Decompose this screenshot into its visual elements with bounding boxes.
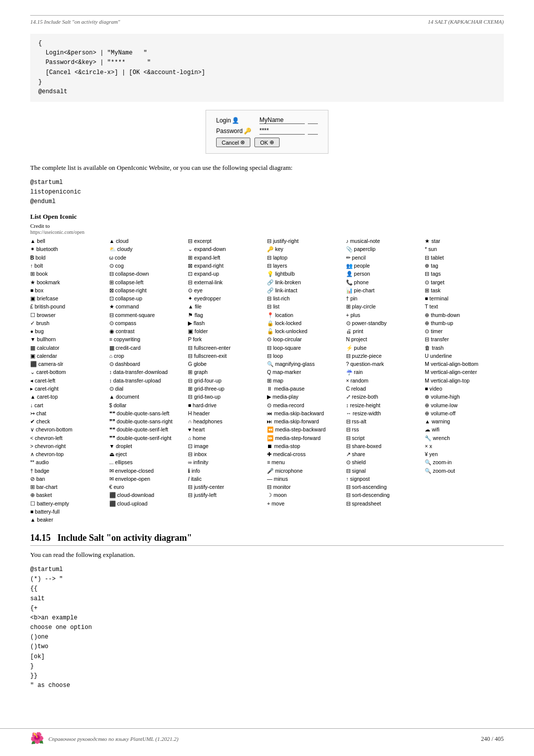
icon-item: ⊞ map xyxy=(267,376,346,385)
icon-col-1: ▲ bell ⁕ bluetooth B bold ↑ bolt ⊞ book … xyxy=(30,237,109,524)
login-label: Login👤 xyxy=(216,117,256,124)
icon-item: P fork xyxy=(188,335,267,343)
icon-item: H header xyxy=(188,409,267,417)
icon-item: ⊞ bar-chart xyxy=(30,483,109,491)
icon-item: ⌂ crop xyxy=(109,352,188,360)
icon-col-2: ▲ cloud ⛅ cloudy ω code ⊙ cog ⊟ collapse… xyxy=(109,237,188,524)
icon-item: ▣ briefcase xyxy=(30,294,109,302)
icon-item: ⊟ justify-right xyxy=(267,237,346,245)
icon-item: ≡ copywriting xyxy=(109,335,188,343)
icon-item: ⊟ justify-center xyxy=(188,483,267,491)
icon-item: ⌂ home xyxy=(188,434,267,442)
icon-item: ∨ chevron-bottom xyxy=(30,425,109,433)
icon-item: ✉ envelope-closed xyxy=(109,467,188,475)
cancel-button[interactable]: Cancel ⊗ xyxy=(216,138,250,147)
icon-item: ◉ contrast xyxy=(109,327,188,335)
icon-item: ⊙ loop-circular xyxy=(267,335,346,343)
icon-item: ⊙ shield xyxy=(346,458,425,466)
icon-item: > chevron-right xyxy=(30,442,109,450)
icon-item: ↗ share xyxy=(346,450,425,458)
login-person-icon: 👤 xyxy=(232,117,239,124)
icon-item: ✉ envelope-open xyxy=(109,475,188,483)
login-value: MyName xyxy=(259,116,305,124)
ok-button[interactable]: OK ⊕ xyxy=(254,138,280,147)
page: 14.15 Include Salt "on activity diagram"… xyxy=(0,0,534,756)
icon-item: 🖨 print xyxy=(346,327,425,335)
icon-item: ■ battery-full xyxy=(30,508,109,516)
icon-col-6: ★ star * sun ⊟ tablet ⊕ tag ⊟ tags ⊙ tar… xyxy=(425,237,504,524)
icon-item: ⊡ expand-up xyxy=(188,270,267,278)
icon-columns: ▲ bell ⁕ bluetooth B bold ↑ bolt ⊞ book … xyxy=(30,237,504,524)
icon-item: M vertical-align-bottom xyxy=(425,360,504,368)
icon-item: ▦ credit-card xyxy=(109,344,188,352)
icon-item: ✚ medical-cross xyxy=(267,450,346,458)
icon-item: £ british-pound xyxy=(30,302,109,310)
icon-item: 🎤 microphone xyxy=(267,467,346,475)
login-form: Login👤 MyName Password🔑 **** Cancel ⊗ OK… xyxy=(206,110,328,154)
icon-item: ▲ bell xyxy=(30,237,109,245)
icon-item: + move xyxy=(267,499,346,508)
icon-item: ⬛ camera-slr xyxy=(30,360,109,368)
icon-item: ⊟ list-rich xyxy=(267,294,346,302)
icon-item: ▦ calculator xyxy=(30,344,109,352)
icon-item: ⊟ external-link xyxy=(188,278,267,286)
icon-item: ⊟ fullscreen-exit xyxy=(188,352,267,360)
footer-description: Справочное руководство по языку PlantUML… xyxy=(48,736,178,742)
footer-logo: 🌺 Справочное руководство по языку PlantU… xyxy=(30,732,178,746)
icon-item: N project xyxy=(346,335,425,343)
icon-item: T text xyxy=(425,302,504,310)
icon-item: ⌄ caret-bottom xyxy=(30,368,109,376)
icon-item: ⊙ target xyxy=(425,278,504,286)
icon-item: ■ hard-drive xyxy=(188,401,267,409)
icon-item: ≡ menu xyxy=(267,458,346,466)
page-footer: 🌺 Справочное руководство по языку PlantU… xyxy=(0,728,534,746)
icon-item: ❞❞ double-quote-serif-right xyxy=(109,434,188,442)
icon-item: ⊟ inbox xyxy=(188,450,267,458)
icon-item: < chevron-left xyxy=(30,434,109,442)
section-title: Include Salt "on activity diagram" xyxy=(57,533,192,543)
icon-item: ⏮ media-skip-backward xyxy=(267,409,346,417)
icon-item: ⁕ bluetooth xyxy=(30,245,109,253)
icon-item: ⊞ task xyxy=(425,286,504,294)
icon-item: ⊕ thumb-up xyxy=(425,319,504,327)
icon-item: * sun xyxy=(425,245,504,253)
footer-page-number: 240 / 405 xyxy=(481,735,504,743)
icon-item: ⊟ collapse-down xyxy=(109,270,188,278)
icon-item: M vertical-align-top xyxy=(425,376,504,385)
icon-item: ⊟ share-boxed xyxy=(346,442,425,450)
icon-item: 📎 paperclip xyxy=(346,245,425,253)
icon-item: 📞 phone xyxy=(346,278,425,286)
ok-login-icon: ⊕ xyxy=(270,139,274,146)
icon-item: ⬛ cloud-upload xyxy=(109,499,188,508)
password-row: Password🔑 **** xyxy=(216,127,318,135)
icon-item: ▲ file xyxy=(188,302,267,310)
icon-item: 💡 lightbulb xyxy=(267,270,346,278)
login-row: Login👤 MyName xyxy=(216,116,318,124)
code-block-3: @startuml (*) --> " {{ salt {+ <b>an exa… xyxy=(30,565,504,690)
icon-item: ⊙ timer xyxy=(425,327,504,335)
icon-item: ❝❝ double-quote-sans-left xyxy=(109,409,188,417)
icon-item: ⊟ script xyxy=(346,434,425,442)
icon-item: ⊟ puzzle-piece xyxy=(346,352,425,360)
icon-list-title: List Open Iconic xyxy=(30,213,504,221)
icon-item: 🔍 zoom-in xyxy=(425,458,504,466)
icon-item: ⛅ cloudy xyxy=(109,245,188,253)
password-value: **** xyxy=(259,127,305,135)
icon-item: ** audio xyxy=(30,458,109,466)
icon-item: 🔗 link-intact xyxy=(267,286,346,294)
icon-item: ⊙ dial xyxy=(109,385,188,393)
icon-item: M vertical-align-center xyxy=(425,368,504,376)
icon-item: ↑ signpost xyxy=(346,475,425,483)
icon-item: ◂ caret-left xyxy=(30,376,109,385)
icon-item: ⊟ tablet xyxy=(425,254,504,262)
icon-item: ✓ brush xyxy=(30,319,109,327)
code-block-1: { Login<&person> | "MyName " Password<&k… xyxy=(30,34,504,102)
icon-item: ■ video xyxy=(425,385,504,393)
icon-item: ▲ document xyxy=(109,393,188,401)
icon-item: ▲ beaker xyxy=(30,516,109,524)
icon-item: — minus xyxy=(267,475,346,483)
icon-item: ▲ caret-top xyxy=(30,393,109,401)
icon-item: ■ terminal xyxy=(425,294,504,302)
code-block-2: @startuml listopeniconic @enduml xyxy=(30,178,504,207)
icon-item: ⬛ cloud-download xyxy=(109,491,188,499)
